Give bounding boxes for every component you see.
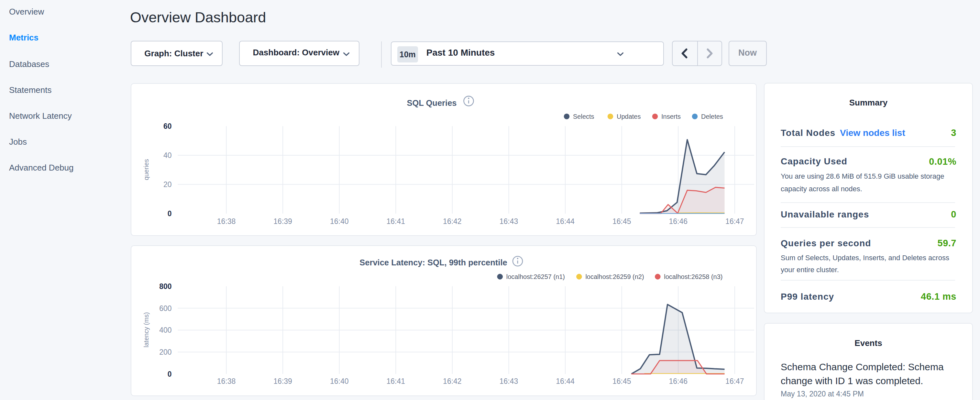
svg-text:0: 0: [167, 210, 172, 218]
svg-text:Inserts: Inserts: [661, 113, 681, 120]
svg-text:16:46: 16:46: [669, 377, 687, 386]
svg-text:queries: queries: [143, 159, 150, 180]
svg-text:40: 40: [163, 151, 172, 159]
svg-text:localhost:26259 (n2): localhost:26259 (n2): [585, 273, 644, 280]
svg-text:16:45: 16:45: [612, 377, 631, 386]
svg-text:16:41: 16:41: [386, 377, 405, 386]
svg-text:localhost:26258 (n3): localhost:26258 (n3): [664, 273, 722, 280]
svg-text:Service Latency: SQL, 99th per: Service Latency: SQL, 99th percentile: [360, 258, 507, 267]
svg-text:60: 60: [163, 122, 172, 131]
svg-text:16:47: 16:47: [725, 217, 744, 226]
svg-text:localhost:26257 (n1): localhost:26257 (n1): [506, 273, 565, 280]
svg-text:16:42: 16:42: [443, 377, 462, 386]
svg-text:SQL Queries: SQL Queries: [407, 98, 457, 107]
svg-text:16:42: 16:42: [443, 217, 462, 226]
svg-text:16:45: 16:45: [612, 217, 631, 226]
svg-text:16:40: 16:40: [330, 377, 348, 386]
svg-text:400: 400: [159, 326, 172, 334]
svg-text:Updates: Updates: [617, 113, 641, 120]
svg-text:16:38: 16:38: [217, 217, 235, 226]
svg-text:16:44: 16:44: [556, 377, 574, 386]
svg-text:16:39: 16:39: [274, 377, 292, 386]
svg-text:200: 200: [159, 348, 172, 356]
svg-text:16:39: 16:39: [274, 217, 292, 226]
svg-text:16:43: 16:43: [499, 217, 518, 226]
svg-text:16:38: 16:38: [217, 377, 235, 386]
svg-text:16:44: 16:44: [556, 217, 574, 226]
svg-text:16:46: 16:46: [669, 217, 687, 226]
svg-text:600: 600: [159, 304, 172, 312]
svg-text:Deletes: Deletes: [701, 113, 723, 120]
svg-text:16:43: 16:43: [499, 377, 518, 386]
svg-text:0: 0: [167, 370, 172, 378]
svg-text:latency (ms): latency (ms): [143, 312, 150, 347]
svg-text:20: 20: [163, 180, 172, 189]
svg-text:Selects: Selects: [573, 113, 594, 120]
svg-text:16:47: 16:47: [725, 377, 744, 386]
svg-text:800: 800: [159, 282, 172, 291]
svg-text:16:40: 16:40: [330, 217, 348, 226]
svg-text:16:41: 16:41: [386, 217, 405, 226]
